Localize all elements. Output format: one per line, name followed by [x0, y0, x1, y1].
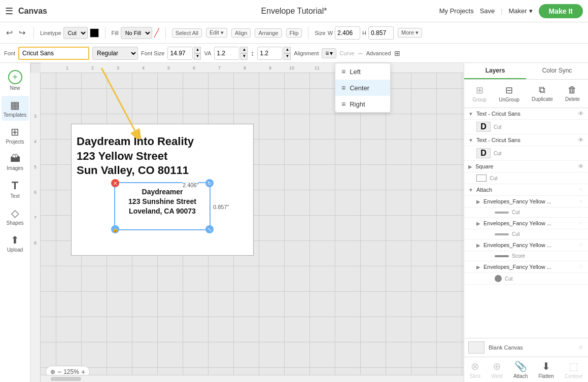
layer-item-env4[interactable]: ▶ Envelopes_Fancy Yellow ... 👁	[464, 261, 588, 273]
ruler-mark-8: 8	[244, 65, 246, 71]
layer-eye-text2[interactable]: 👁	[578, 136, 584, 144]
contour-action[interactable]: ⬚ Contour	[561, 359, 587, 380]
handle-delete[interactable]: ✕	[111, 179, 119, 187]
handle-lock[interactable]: 🔒	[111, 225, 119, 233]
sidebar-label-shapes: Shapes	[7, 220, 24, 226]
font-size-label: Font Size	[141, 50, 164, 56]
blank-canvas-swatch[interactable]	[468, 341, 485, 354]
canvas-area[interactable]: 1 2 3 4 5 6 7 8 9 10 11 12 3 4 5 6 7 8 D…	[30, 63, 464, 382]
layer-eye-env2[interactable]: 👁	[578, 220, 584, 227]
font-size-up[interactable]: ▲	[194, 47, 201, 53]
ruler-vmark-3: 3	[34, 114, 37, 119]
layer-item-attach[interactable]: ▼ Attach 👁	[464, 184, 588, 196]
selected-text-box[interactable]: Daydreamer 123 Sunshine Street Loveland,…	[114, 182, 211, 230]
sidebar-label-new: New	[10, 85, 20, 91]
layer-eye-attach[interactable]: 👁	[578, 186, 584, 193]
duplicate-action[interactable]: ⧉ Duplicate	[529, 83, 556, 105]
sidebar-item-upload[interactable]: ⬆ Upload	[2, 231, 29, 256]
group-action[interactable]: ⊞ Group	[469, 83, 490, 105]
select-all-button[interactable]: Select All	[172, 28, 202, 38]
sidebar-item-text[interactable]: T Text	[2, 176, 29, 202]
undo-button[interactable]: ↩	[4, 27, 15, 39]
maker-label: Maker	[508, 7, 527, 15]
layer-square-icon	[476, 175, 487, 182]
compass-icon[interactable]: ⊕	[50, 368, 55, 375]
letter-space-input[interactable]	[214, 47, 239, 60]
group-label: Group	[472, 97, 487, 102]
redo-button[interactable]: ↪	[17, 27, 27, 39]
align-center-label: Center	[350, 84, 369, 92]
handle-rotate[interactable]: ↻	[205, 179, 214, 187]
layer-name-text2: Text - Cricut Sans	[476, 137, 575, 143]
fill-select[interactable]: No Fill	[121, 27, 152, 39]
font-size-down[interactable]: ▼	[194, 53, 201, 60]
alignment-dropdown: ≡ Left ≡ Center ≡ Right	[335, 63, 391, 113]
dimension-width-label: 2.406"	[183, 182, 198, 188]
sidebar-item-new[interactable]: + New	[2, 67, 29, 94]
layer-chevron-env3: ▶	[476, 242, 480, 248]
sidebar-item-shapes[interactable]: ◇ Shapes	[2, 204, 29, 229]
edit-button[interactable]: Edit ▾	[206, 28, 227, 38]
layer-eye-env4[interactable]: 👁	[578, 263, 584, 270]
ruler-vmark-4: 4	[34, 139, 37, 144]
scroll-horizontal[interactable]	[41, 375, 464, 382]
layer-line-2	[495, 233, 509, 235]
alignment-button[interactable]: ≡ ▾	[322, 48, 336, 58]
linetype-select[interactable]: Cut	[63, 27, 88, 39]
delete-action[interactable]: 🗑 Delete	[562, 83, 583, 105]
size-w-input[interactable]	[335, 26, 360, 40]
sidebar-item-templates[interactable]: ▦ Templates	[2, 96, 29, 121]
my-projects-button[interactable]: My Projects	[439, 7, 474, 15]
layer-item-env3[interactable]: ▶ Envelopes_Fancy Yellow ... 👁	[464, 239, 588, 251]
layer-eye-text1[interactable]: 👁	[578, 110, 584, 117]
panel-actions: ⊞ Group ⊟ UnGroup ⧉ Duplicate 🗑 Delete	[464, 80, 588, 108]
bottom-bar: ⊗ Slice ⊕ Weld 📎 Attach ⬇ Flatten ⬚ Cont…	[464, 357, 588, 382]
layer-item-text2[interactable]: ▼ Text - Cricut Sans 👁	[464, 134, 588, 146]
maker-button[interactable]: Maker ▾	[508, 7, 532, 15]
letter-space-label: VA	[204, 50, 211, 56]
attach-action[interactable]: 📎 Attach	[509, 359, 532, 380]
layer-eye-square[interactable]: 👁	[578, 163, 584, 170]
layer-item-text1[interactable]: ▼ Text - Cricut Sans 👁	[464, 108, 588, 120]
align-button[interactable]: Align	[231, 28, 251, 38]
fill-color-icon[interactable]: ╱	[154, 28, 159, 38]
save-button[interactable]: Save	[480, 7, 495, 15]
line-space-input[interactable]	[257, 47, 283, 60]
font-size-input[interactable]	[167, 47, 193, 60]
make-it-button[interactable]: Make It	[539, 4, 583, 18]
more-button[interactable]: More ▾	[398, 28, 422, 38]
letter-space-up[interactable]: ▲	[240, 47, 248, 53]
align-center-item[interactable]: ≡ Center	[335, 80, 390, 96]
scroll-thumb-h[interactable]	[51, 377, 81, 381]
layer-name-env4: Envelopes_Fancy Yellow ...	[483, 264, 575, 270]
tab-color-sync[interactable]: Color Sync	[526, 63, 588, 79]
weld-action[interactable]: ⊕ Weld	[487, 359, 507, 380]
layer-item-env2[interactable]: ▶ Envelopes_Fancy Yellow ... 👁	[464, 218, 588, 229]
size-h-input[interactable]	[368, 26, 394, 40]
align-right-item[interactable]: ≡ Right	[335, 96, 390, 112]
arrange-button[interactable]: Arrange	[255, 28, 282, 38]
style-select[interactable]: Regular	[92, 47, 138, 60]
letter-space-down[interactable]: ▼	[240, 53, 248, 60]
layer-eye-env1[interactable]: 👁	[578, 198, 584, 205]
line-space-down[interactable]: ▼	[284, 53, 291, 60]
flatten-action[interactable]: ⬇ Flatten	[534, 359, 558, 380]
flip-button[interactable]: Flip	[286, 28, 302, 38]
align-left-item[interactable]: ≡ Left	[335, 63, 390, 80]
layer-item-env1[interactable]: ▶ Envelopes_Fancy Yellow ... 👁	[464, 196, 588, 207]
sidebar-item-images[interactable]: 🏔 Images	[2, 150, 29, 174]
layer-eye-env3[interactable]: 👁	[578, 241, 584, 249]
ruler-mark-2: 2	[91, 65, 94, 71]
tab-layers[interactable]: Layers	[464, 63, 526, 79]
color-swatch[interactable]	[90, 28, 99, 38]
layer-name-env3: Envelopes_Fancy Yellow ...	[483, 242, 575, 248]
handle-scale[interactable]: ⤡	[205, 225, 214, 233]
slice-action[interactable]: ⊗ Slice	[466, 359, 485, 380]
layer-item-square[interactable]: ▶ Square 👁	[464, 161, 588, 172]
menu-icon[interactable]: ☰	[5, 6, 13, 17]
line-space-up[interactable]: ▲	[284, 47, 291, 53]
font-input[interactable]	[18, 47, 89, 60]
ungroup-action[interactable]: ⊟ UnGroup	[496, 83, 523, 105]
blank-canvas-eye[interactable]: 👁	[578, 344, 584, 351]
sidebar-item-projects[interactable]: ⊞ Projects	[2, 123, 29, 148]
